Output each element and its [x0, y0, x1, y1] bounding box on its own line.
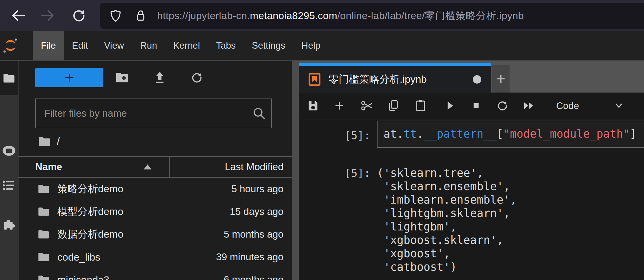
- shield-icon[interactable]: [109, 9, 122, 23]
- new-tab-button[interactable]: +: [492, 65, 510, 93]
- file-modified: 5 hours ago: [231, 183, 283, 195]
- output-line: 'lightgbm.sklearn',: [377, 207, 517, 220]
- folder-icon: [38, 275, 50, 280]
- output-line: 'sklearn.ensemble',: [377, 180, 517, 193]
- breadcrumb[interactable]: /: [38, 134, 60, 149]
- menu-item-help[interactable]: Help: [293, 31, 329, 60]
- folder-icon: [3, 73, 15, 84]
- column-header-name[interactable]: Name: [35, 157, 62, 177]
- unsaved-changes-dot[interactable]: [473, 75, 481, 84]
- file-row[interactable]: 策略分析demo 5 hours ago: [19, 178, 292, 200]
- filter-files-box: [35, 99, 272, 128]
- menu-item-run[interactable]: Run: [132, 31, 165, 60]
- url-path: /online-lab/lab/tree/零门槛策略分析.ipynb: [337, 10, 524, 21]
- restart-run-all-button[interactable]: [522, 99, 536, 112]
- browser-back-button[interactable]: [10, 7, 27, 24]
- code-line: at.tt.__pattern__["model_module_path"]: [384, 127, 637, 141]
- menu-item-tabs[interactable]: Tabs: [208, 31, 244, 60]
- output-line: 'lightgbm',: [377, 220, 517, 233]
- chevron-down-icon[interactable]: [613, 100, 625, 112]
- home-folder-icon[interactable]: [38, 136, 51, 147]
- filter-files-input[interactable]: [35, 99, 272, 128]
- code-token: [: [497, 127, 503, 140]
- plus-icon: +: [496, 70, 505, 88]
- add-cell-button[interactable]: +: [333, 99, 346, 112]
- screen: https://jupyterlab-cn.metanoia8295.com/o…: [0, 0, 644, 280]
- jupyterlab-menubar: File Edit View Run Kernel Tabs Settings …: [0, 31, 644, 61]
- menu-item-view[interactable]: View: [96, 31, 132, 60]
- run-cell-button[interactable]: [443, 99, 456, 112]
- cell-input-prompt: [5]:: [341, 129, 370, 142]
- lock-icon[interactable]: [134, 9, 147, 23]
- file-list: 策略分析demo 5 hours ago 模型分析demo 15 days ag…: [19, 178, 292, 280]
- sidebar-tab-file-browser[interactable]: [0, 61, 18, 95]
- menu-item-file[interactable]: File: [33, 31, 64, 60]
- paste-cells-button[interactable]: [414, 99, 427, 112]
- menu-item-kernel[interactable]: Kernel: [165, 31, 208, 60]
- url-scheme-subdomain: https://jupyterlab-cn.: [157, 10, 250, 21]
- notebook-tab[interactable]: 零门槛策略分析.ipynb: [299, 63, 491, 93]
- back-arrow-icon: [11, 8, 26, 23]
- tab-title: 零门槛策略分析.ipynb: [329, 73, 427, 86]
- menu-item-edit[interactable]: Edit: [64, 31, 96, 60]
- cell-code-editor[interactable]: at.tt.__pattern__["model_module_path"]: [377, 121, 644, 148]
- menu-item-settings[interactable]: Settings: [244, 31, 293, 60]
- output-line: 'xgboost.sklearn',: [377, 233, 517, 247]
- browser-refresh-button[interactable]: [70, 7, 88, 24]
- forward-arrow-icon: [39, 8, 55, 23]
- panel-splitter[interactable]: [292, 61, 299, 280]
- code-token: __pattern__: [424, 127, 497, 140]
- refresh-icon: [190, 71, 203, 84]
- copy-cells-button[interactable]: [387, 99, 400, 112]
- sidebar-tab-table-of-contents[interactable]: [0, 177, 18, 194]
- sort-ascending-icon[interactable]: [142, 163, 153, 170]
- stop-icon: [470, 100, 482, 111]
- restart-kernel-button[interactable]: [496, 99, 509, 112]
- cell-type-select[interactable]: Code: [556, 93, 579, 119]
- refresh-icon: [71, 8, 86, 23]
- upload-button[interactable]: [152, 70, 167, 85]
- cut-icon: [361, 99, 374, 112]
- file-name: code_libs: [57, 251, 100, 263]
- file-row[interactable]: 数据分析demo 5 months ago: [19, 223, 292, 246]
- new-folder-icon: [115, 72, 129, 84]
- column-header-last-modified[interactable]: Last Modified: [225, 157, 283, 177]
- copy-icon: [387, 99, 400, 112]
- cell-output: ('sklearn.tree', 'sklearn.ensemble', 'im…: [377, 166, 517, 274]
- cell-output-prompt: [5]:: [341, 166, 370, 180]
- extensions-icon: [2, 218, 16, 232]
- file-row[interactable]: code_libs 39 minutes ago: [19, 246, 292, 268]
- sidebar-tab-running-sessions[interactable]: [0, 142, 18, 159]
- notebook-toolbar: +: [299, 93, 644, 119]
- plus-icon: +: [335, 99, 344, 112]
- save-button[interactable]: [306, 99, 320, 112]
- output-line: 'catboost'): [377, 260, 517, 274]
- code-token: at: [384, 127, 397, 140]
- url-text[interactable]: https://jupyterlab-cn.metanoia8295.com/o…: [157, 9, 524, 23]
- file-browser-panel: + /: [19, 61, 292, 280]
- folder-icon: [38, 207, 50, 217]
- plus-icon: +: [65, 69, 74, 87]
- new-launcher-button[interactable]: +: [35, 68, 103, 87]
- breadcrumb-root[interactable]: /: [57, 135, 60, 148]
- sidebar-tab-extensions[interactable]: [0, 216, 18, 233]
- file-modified: 15 days ago: [230, 206, 283, 217]
- save-icon: [307, 99, 319, 112]
- new-folder-button[interactable]: [115, 70, 130, 85]
- column-divider: [169, 157, 170, 177]
- output-line: 'xgboost',: [377, 247, 517, 260]
- interrupt-kernel-button[interactable]: [470, 99, 483, 112]
- file-modified: 5 months ago: [224, 229, 283, 240]
- file-row[interactable]: 模型分析demo 15 days ago: [19, 200, 292, 223]
- paste-icon: [414, 99, 427, 112]
- address-bar[interactable]: https://jupyterlab-cn.metanoia8295.com/o…: [100, 3, 644, 29]
- restart-icon: [496, 99, 509, 112]
- fast-forward-icon: [522, 100, 536, 112]
- file-row[interactable]: miniconda3 6 months ago: [19, 268, 292, 280]
- browser-forward-button[interactable]: [38, 7, 56, 24]
- notebook-file-icon: [308, 73, 321, 86]
- file-name: 数据分析demo: [57, 227, 123, 241]
- dock-tab-bar: 零门槛策略分析.ipynb +: [299, 61, 644, 93]
- refresh-file-list-button[interactable]: [189, 70, 204, 85]
- cut-cells-button[interactable]: [361, 99, 374, 112]
